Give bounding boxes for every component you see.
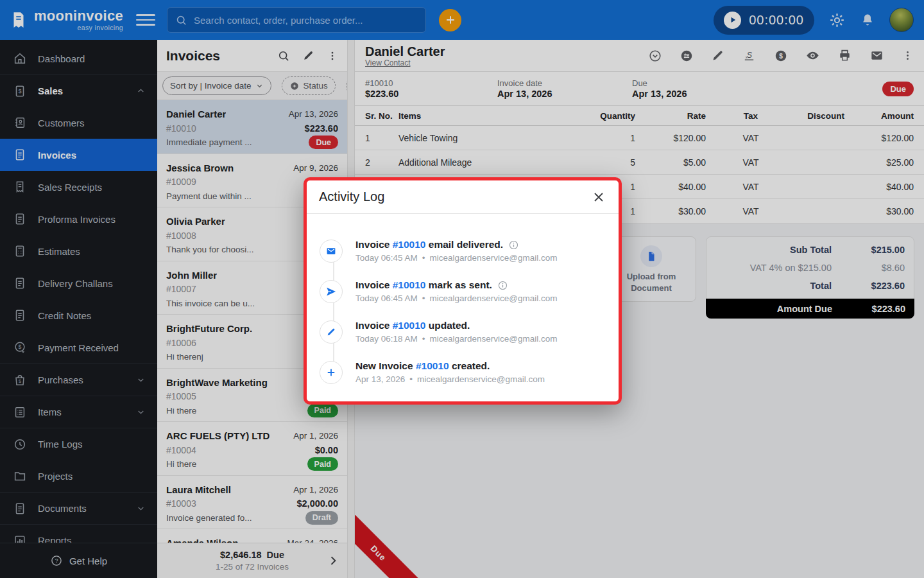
activity-entry: Invoice #10010 updated. Today 06:18 AM •… [307,311,619,352]
invoice-link[interactable]: #10010 [393,320,426,331]
activity-email: micealgardenservice@gmail.com [430,334,558,344]
invoice-link[interactable]: #10010 [416,360,449,371]
modal-title: Activity Log [319,189,384,204]
invoice-link[interactable]: #10010 [393,279,426,290]
activity-time: Today 06:45 AM [355,253,418,263]
info-icon[interactable] [508,240,519,250]
email-delivered-icon [320,240,343,263]
activity-timeline: Invoice #10010 email delivered. Today 06… [307,214,619,392]
modal-header: Activity Log [307,180,619,214]
updated-pencil-icon [320,320,343,344]
activity-time: Today 06:45 AM [355,293,418,303]
timeline-connector [333,250,334,372]
mark-sent-icon [320,280,343,303]
close-icon[interactable] [591,189,606,205]
activity-email: micealgardenservice@gmail.com [430,253,558,263]
activity-log-modal: Activity Log Invoice #10010 email delive… [304,177,622,405]
info-icon[interactable] [497,280,508,291]
activity-date: Apr 13, 2026 [355,374,405,384]
invoice-link[interactable]: #10010 [393,239,426,250]
activity-entry: Invoice #10010 mark as sent. Today 06:45… [307,271,619,311]
activity-time: Today 06:18 AM [355,334,418,344]
activity-email: micealgardenservice@gmail.com [417,374,545,384]
created-plus-icon [320,361,343,384]
activity-email: micealgardenservice@gmail.com [430,293,558,303]
activity-entry: New Invoice #10010 created. Apr 13, 2026… [307,352,619,392]
activity-entry: Invoice #10010 email delivered. Today 06… [307,231,619,271]
